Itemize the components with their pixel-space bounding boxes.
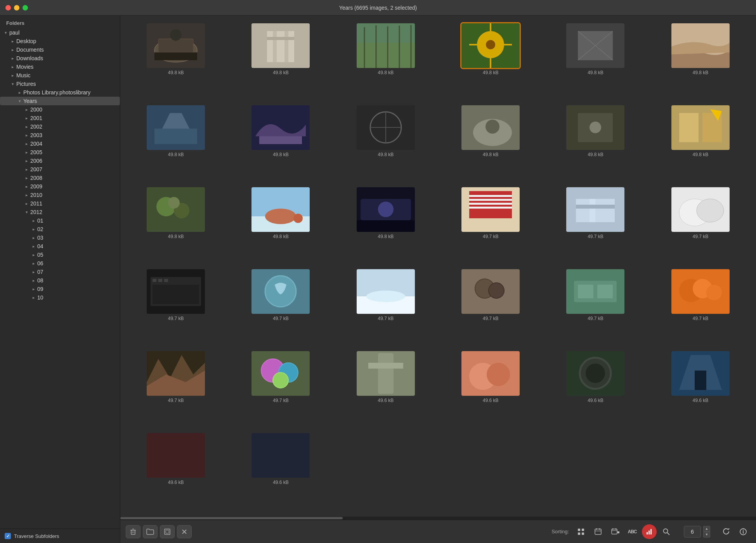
- image-cell-4[interactable]: 49.8 kB: [543, 20, 648, 102]
- image-cell-16[interactable]: 49.7 kB: [543, 184, 648, 266]
- image-cell-30[interactable]: 49.6 kB: [123, 430, 228, 512]
- image-cell-31[interactable]: 49.6 kB: [228, 430, 333, 512]
- count-input[interactable]: [684, 526, 701, 538]
- sidebar-item-m10[interactable]: 10: [0, 293, 120, 302]
- image-cell-28[interactable]: 49.6 kB: [543, 348, 648, 430]
- image-cell-23[interactable]: 49.7 kB: [648, 266, 753, 348]
- sidebar-item-y2002[interactable]: 2002: [0, 122, 120, 131]
- sidebar-item-y2011[interactable]: 2011: [0, 199, 120, 208]
- sort-grid-button[interactable]: [574, 525, 588, 538]
- delete-button[interactable]: [126, 525, 140, 538]
- image-cell-0[interactable]: 49.8 kB: [123, 20, 228, 102]
- image-cell-27[interactable]: 49.6 kB: [438, 348, 543, 430]
- image-cell-10[interactable]: 49.8 kB: [543, 102, 648, 184]
- sidebar-item-y2009[interactable]: 2009: [0, 182, 120, 191]
- image-cell-21[interactable]: 49.7 kB: [438, 266, 543, 348]
- sidebar-item-y2001[interactable]: 2001: [0, 114, 120, 122]
- sidebar-item-photos-library[interactable]: Photos Library.photoslibrary: [0, 88, 120, 97]
- sidebar-item-y2005[interactable]: 2005: [0, 148, 120, 157]
- sidebar-label-m10: 10: [37, 294, 43, 301]
- image-thumb-wrapper-3: [461, 23, 520, 68]
- sidebar-item-movies[interactable]: Movies: [0, 63, 120, 71]
- stepper-down[interactable]: ▼: [703, 532, 710, 538]
- sidebar-item-pictures[interactable]: Pictures: [0, 80, 120, 88]
- stepper-up[interactable]: ▲: [703, 526, 710, 532]
- image-size-2: 49.8 kB: [378, 70, 394, 75]
- image-grid: 49.8 kB49.8 kB49.8 kB49.8 kB49.8 kB49.8 …: [120, 16, 756, 517]
- folder-button[interactable]: [143, 525, 158, 538]
- sidebar-item-m07[interactable]: 07: [0, 268, 120, 276]
- sidebar-item-m01[interactable]: 01: [0, 216, 120, 225]
- sidebar-item-y2000[interactable]: 2000: [0, 105, 120, 114]
- image-cell-29[interactable]: 49.6 kB: [648, 348, 753, 430]
- sidebar-item-m05[interactable]: 05: [0, 251, 120, 259]
- chevron-y2008: [23, 176, 30, 181]
- sidebar-item-y2006[interactable]: 2006: [0, 157, 120, 165]
- image-cell-7[interactable]: 49.8 kB: [228, 102, 333, 184]
- image-cell-13[interactable]: 49.8 kB: [228, 184, 333, 266]
- image-cell-5[interactable]: 49.8 kB: [648, 20, 753, 102]
- sidebar-item-downloads[interactable]: Downloads: [0, 54, 120, 63]
- info-button[interactable]: [736, 525, 751, 538]
- sidebar-item-y2008[interactable]: 2008: [0, 174, 120, 182]
- maximize-button[interactable]: [23, 5, 28, 10]
- sidebar-item-years[interactable]: Years: [0, 97, 120, 105]
- image-cell-1[interactable]: 49.8 kB: [228, 20, 333, 102]
- image-cell-18[interactable]: 49.7 kB: [123, 266, 228, 348]
- image-cell-14[interactable]: 49.8 kB: [333, 184, 438, 266]
- image-thumb-wrapper-8: [357, 105, 415, 150]
- frame-button[interactable]: [160, 525, 175, 538]
- sidebar-item-paul[interactable]: paul: [0, 28, 120, 37]
- image-cell-15[interactable]: 49.7 kB: [438, 184, 543, 266]
- image-cell-25[interactable]: 49.7 kB: [228, 348, 333, 430]
- sidebar-label-m08: 08: [37, 277, 43, 284]
- image-cell-20[interactable]: 49.7 kB: [333, 266, 438, 348]
- sort-search-button[interactable]: [659, 525, 674, 538]
- sort-abc-button[interactable]: ABC: [625, 525, 640, 538]
- sidebar-item-m08[interactable]: 08: [0, 276, 120, 285]
- image-cell-24[interactable]: 49.7 kB: [123, 348, 228, 430]
- image-cell-17[interactable]: 49.7 kB: [648, 184, 753, 266]
- image-cell-6[interactable]: 49.8 kB: [123, 102, 228, 184]
- sidebar-item-m03[interactable]: 03: [0, 233, 120, 242]
- sidebar-item-y2010[interactable]: 2010: [0, 191, 120, 199]
- sidebar-item-y2007[interactable]: 2007: [0, 165, 120, 174]
- sort-calendar-button[interactable]: [591, 525, 605, 538]
- svg-rect-119: [582, 529, 584, 531]
- sidebar-item-desktop[interactable]: Desktop: [0, 37, 120, 45]
- sort-calendar-grid-button[interactable]: [608, 525, 622, 538]
- image-cell-8[interactable]: 49.8 kB: [333, 102, 438, 184]
- svg-rect-66: [590, 199, 595, 222]
- sidebar-item-m04[interactable]: 04: [0, 242, 120, 251]
- image-cell-19[interactable]: 49.7 kB: [228, 266, 333, 348]
- image-cell-3[interactable]: 49.8 kB: [438, 20, 543, 102]
- sidebar-item-m09[interactable]: 09: [0, 285, 120, 293]
- sidebar-item-documents[interactable]: Documents: [0, 45, 120, 54]
- image-thumb-wrapper-25: [251, 351, 310, 396]
- sidebar-item-m06[interactable]: 06: [0, 259, 120, 268]
- sidebar-item-music[interactable]: Music: [0, 71, 120, 80]
- sidebar-item-y2004[interactable]: 2004: [0, 139, 120, 148]
- svg-rect-120: [578, 533, 580, 535]
- close-x-button[interactable]: [177, 525, 192, 538]
- sort-barchart-button[interactable]: [642, 524, 657, 539]
- minimize-button[interactable]: [14, 5, 19, 10]
- image-thumb-wrapper-21: [461, 269, 520, 314]
- image-cell-9[interactable]: 49.8 kB: [438, 102, 543, 184]
- scroll-track[interactable]: [120, 517, 756, 520]
- sidebar-item-m02[interactable]: 02: [0, 225, 120, 233]
- image-cell-12[interactable]: 49.8 kB: [123, 184, 228, 266]
- count-stepper[interactable]: ▲ ▼: [703, 526, 710, 538]
- sidebar-label-m05: 05: [37, 252, 43, 258]
- sidebar-item-y2012[interactable]: 2012: [0, 208, 120, 216]
- folder-icon: [146, 529, 154, 535]
- image-cell-26[interactable]: 49.6 kB: [333, 348, 438, 430]
- image-cell-22[interactable]: 49.7 kB: [543, 266, 648, 348]
- sidebar-item-y2003[interactable]: 2003: [0, 131, 120, 139]
- close-button[interactable]: [5, 5, 11, 10]
- image-cell-2[interactable]: 49.8 kB: [333, 20, 438, 102]
- scroll-thumb[interactable]: [120, 517, 343, 519]
- image-cell-11[interactable]: 49.8 kB: [648, 102, 753, 184]
- refresh-button[interactable]: [719, 525, 733, 538]
- traverse-subfolders-checkbox[interactable]: [5, 533, 11, 539]
